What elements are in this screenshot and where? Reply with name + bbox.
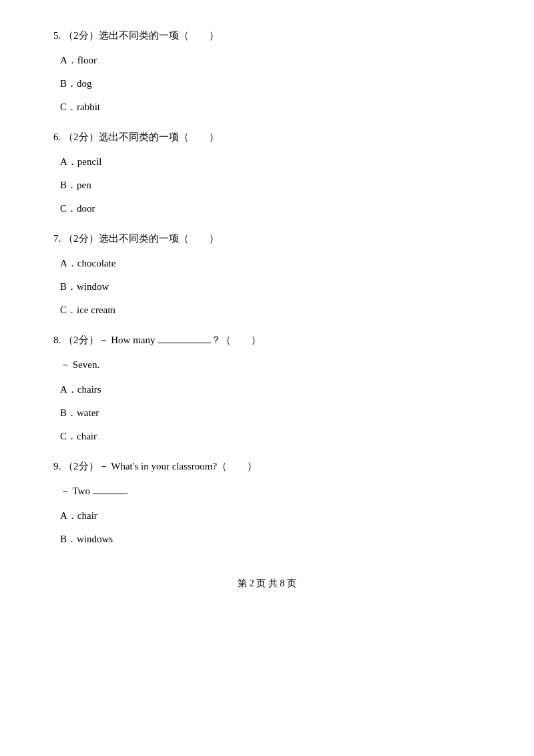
question-9-number: 9. (53, 461, 61, 471)
question-8-option-b: B．water (53, 404, 481, 422)
question-9-answer: － Two . (53, 482, 481, 500)
question-7-number: 7. (53, 233, 61, 244)
question-8-title: 8. （2分）－ How many ？（ ） (53, 331, 481, 349)
question-6-option-b: B．pen (53, 176, 481, 194)
question-5-option-b: B．dog (53, 75, 481, 93)
question-8: 8. （2分）－ How many ？（ ） － Seven. A．chairs… (53, 331, 481, 445)
question-8-option-a: A．chairs (53, 381, 481, 399)
question-6-number: 6. (53, 132, 61, 142)
question-9-blank (93, 484, 126, 494)
question-9-title: 9. （2分）－ What's in your classroom?（ ） (53, 457, 481, 476)
page-footer: 第 2 页 共 8 页 (53, 575, 481, 592)
question-8-option-c: C．chair (53, 427, 481, 445)
question-6-option-c: C．door (53, 200, 481, 218)
question-7-option-c: C．ice cream (53, 301, 481, 319)
question-9: 9. （2分）－ What's in your classroom?（ ） － … (53, 457, 481, 548)
question-7: 7. （2分）选出不同类的一项（ ） A．chocolate B．window … (53, 230, 481, 319)
question-6-text: （2分）选出不同类的一项（ ） (63, 132, 219, 142)
question-5-title: 5. （2分）选出不同类的一项（ ） (53, 27, 481, 45)
question-6: 6. （2分）选出不同类的一项（ ） A．pencil B．pen C．door (53, 128, 481, 218)
question-8-text: （2分）－ How many ？（ ） (63, 335, 261, 345)
question-5: 5. （2分）选出不同类的一项（ ） A．floor B．dog C．rabbi… (53, 27, 481, 116)
question-7-option-b: B．window (53, 278, 481, 296)
question-6-option-a: A．pencil (53, 153, 481, 171)
question-7-text: （2分）选出不同类的一项（ ） (63, 233, 219, 244)
question-7-title: 7. （2分）选出不同类的一项（ ） (53, 230, 481, 248)
question-5-option-a: A．floor (53, 51, 481, 69)
question-5-text: （2分）选出不同类的一项（ ） (63, 30, 219, 41)
page-info: 第 2 页 共 8 页 (238, 578, 296, 588)
question-6-title: 6. （2分）选出不同类的一项（ ） (53, 128, 481, 146)
question-7-option-a: A．chocolate (53, 254, 481, 272)
question-5-number: 5. (53, 30, 61, 41)
question-8-blank (158, 333, 211, 343)
question-9-option-a: A．chair (53, 507, 481, 525)
question-5-option-c: C．rabbit (53, 98, 481, 116)
question-8-number: 8. (53, 335, 61, 345)
question-9-text: （2分）－ What's in your classroom?（ ） (63, 461, 257, 471)
question-8-answer: － Seven. (53, 356, 481, 374)
question-9-option-b: B．windows (53, 530, 481, 548)
